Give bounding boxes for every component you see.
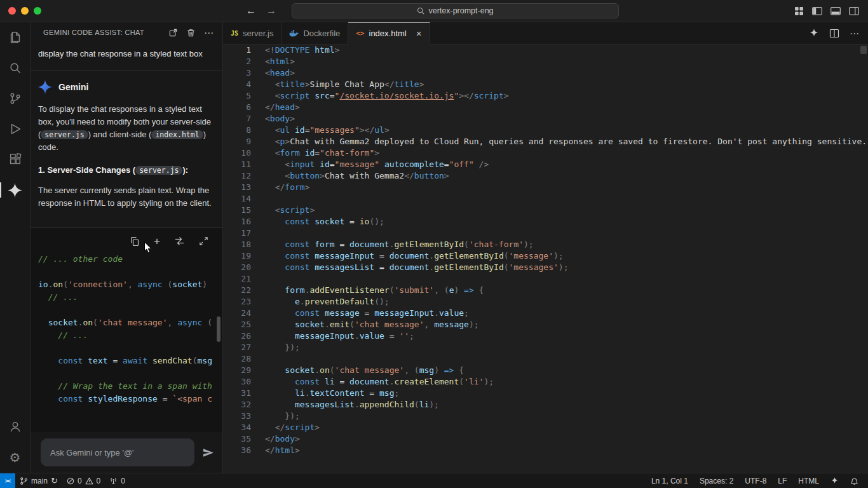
gemini-code-assist-icon[interactable] bbox=[0, 175, 30, 205]
branch-name: main bbox=[31, 477, 48, 485]
remote-indicator[interactable]: >< bbox=[0, 473, 15, 488]
chat-panel: display the chat response in a styled te… bbox=[31, 43, 222, 473]
search-sidebar-icon[interactable] bbox=[0, 53, 30, 83]
explorer-icon[interactable] bbox=[0, 22, 30, 53]
customize-layout-icon[interactable] bbox=[794, 6, 804, 16]
docker-file-icon bbox=[289, 29, 299, 38]
forward-arrow-icon[interactable]: → bbox=[266, 6, 276, 16]
insert-code-icon[interactable]: + bbox=[154, 236, 160, 247]
eol-sequence[interactable]: LF bbox=[772, 473, 792, 488]
editor-more-actions-icon[interactable]: ⋯ bbox=[850, 29, 859, 38]
clear-chat-trash-icon[interactable] bbox=[186, 28, 196, 37]
assistant-name: Gemini bbox=[58, 82, 88, 92]
chat-code-line bbox=[38, 304, 222, 316]
gemini-sparkle-icon[interactable] bbox=[809, 28, 819, 38]
source-control-icon[interactable] bbox=[0, 83, 30, 114]
errors-count: 0 bbox=[78, 477, 82, 485]
editor-code: 1<!DOCTYPE html>2<html>3<head>4 <title>S… bbox=[223, 44, 868, 456]
editor-line: 13 </form> bbox=[223, 182, 868, 193]
run-debug-icon[interactable] bbox=[0, 114, 30, 144]
toggle-primary-sidebar-icon[interactable] bbox=[812, 7, 822, 15]
chat-code-line: // ... bbox=[38, 329, 222, 342]
user-message: display the chat response in a styled te… bbox=[31, 43, 222, 71]
sidebar-scrollbar[interactable] bbox=[217, 316, 220, 342]
editor-line: 23 e.preventDefault(); bbox=[223, 296, 868, 308]
editor-line: 14 bbox=[223, 193, 868, 205]
send-icon[interactable] bbox=[202, 447, 214, 458]
editor-line: 8 <ul id="messages"></ul> bbox=[223, 125, 868, 136]
back-arrow-icon[interactable]: ← bbox=[246, 6, 256, 16]
problems-item[interactable]: 0 0 bbox=[62, 473, 105, 488]
git-branch-item[interactable]: main ↻ bbox=[15, 473, 62, 488]
language-mode[interactable]: HTML bbox=[792, 473, 825, 488]
chat-code-line: const text = await sendChat(msg bbox=[38, 355, 222, 367]
chat-code-line: io.on('connection', async (socket) bbox=[38, 278, 222, 291]
cursor-position[interactable]: Ln 1, Col 1 bbox=[646, 473, 694, 488]
chat-code-block: + // ... other codeio.on('connection', a… bbox=[31, 227, 222, 432]
close-tab-icon[interactable]: × bbox=[416, 29, 422, 38]
editor-line: 33 }); bbox=[223, 410, 868, 422]
search-icon bbox=[417, 7, 424, 15]
extensions-icon[interactable] bbox=[0, 144, 30, 175]
indentation[interactable]: Spaces: 2 bbox=[694, 473, 739, 488]
status-right: Ln 1, Col 1 Spaces: 2 UTF-8 LF HTML bbox=[646, 473, 868, 488]
bell-icon bbox=[850, 477, 858, 485]
tab-index-html[interactable]: <>index.html× bbox=[348, 22, 430, 44]
editor-pane[interactable]: 1<!DOCTYPE html>2<html>3<head>4 <title>S… bbox=[223, 44, 868, 473]
settings-gear-icon[interactable]: ⚙ bbox=[0, 442, 30, 473]
chat-code-line: // ... other code bbox=[38, 253, 222, 266]
chat-code-line bbox=[38, 367, 222, 380]
editor-line: 15 <script> bbox=[223, 205, 868, 216]
encoding[interactable]: UTF-8 bbox=[739, 473, 772, 488]
tab-label: index.html bbox=[369, 29, 407, 38]
titlebar: ← → vertex-prompt-eng bbox=[0, 0, 868, 22]
editor-line: 28 bbox=[223, 353, 868, 365]
tab-server-js[interactable]: JSserver.js bbox=[223, 22, 281, 44]
accounts-icon[interactable] bbox=[0, 412, 30, 442]
editor-scrollbar[interactable] bbox=[860, 46, 867, 54]
toggle-secondary-sidebar-icon[interactable] bbox=[849, 7, 859, 15]
titlebar-actions bbox=[794, 6, 868, 16]
notifications-item[interactable] bbox=[844, 473, 864, 488]
zoom-window-button[interactable] bbox=[34, 7, 41, 15]
diff-code-icon[interactable] bbox=[174, 236, 185, 246]
copilot-status-item[interactable] bbox=[825, 473, 844, 488]
editor-line: 31 li.textContent = msg; bbox=[223, 388, 868, 399]
activity-bar-spacer bbox=[0, 205, 30, 412]
split-editor-icon[interactable] bbox=[829, 29, 839, 38]
editor-line: 2<html> bbox=[223, 56, 868, 67]
editor-line: 1<!DOCTYPE html> bbox=[223, 44, 868, 56]
editor-line: 3<head> bbox=[223, 67, 868, 79]
sidebar-code[interactable]: // ... other codeio.on('connection', asy… bbox=[38, 253, 222, 405]
editor-line: 20 const messagesList = document.getElem… bbox=[223, 262, 868, 273]
tab-dockerfile[interactable]: Dockerfile bbox=[281, 22, 348, 44]
warnings-count: 0 bbox=[97, 477, 101, 485]
tab-label: server.js bbox=[243, 29, 273, 38]
minimize-window-button[interactable] bbox=[21, 7, 29, 15]
inline-code-chip: server.js bbox=[135, 166, 182, 175]
tab-bar: JSserver.jsDockerfile<>index.html× ⋯ bbox=[223, 22, 868, 44]
editor-area: JSserver.jsDockerfile<>index.html× ⋯ 1<!… bbox=[223, 22, 868, 473]
gemini-server-note: The server currently sends plain text. W… bbox=[38, 184, 215, 210]
ports-item[interactable]: 0 bbox=[105, 473, 130, 488]
ask-gemini-input[interactable] bbox=[41, 438, 194, 466]
open-in-new-file-icon[interactable] bbox=[199, 236, 208, 246]
gemini-star-icon bbox=[38, 80, 52, 94]
editor-line: 10 <form id="chat-form"> bbox=[223, 147, 868, 159]
editor-line: 11 <input id="message" autocomplete="off… bbox=[223, 159, 868, 170]
warnings-icon bbox=[85, 477, 93, 485]
editor-line: 21 bbox=[223, 273, 868, 285]
sync-icon[interactable]: ↻ bbox=[51, 477, 58, 485]
tab-list: JSserver.jsDockerfile<>index.html× bbox=[223, 22, 430, 44]
more-actions-icon[interactable]: ⋯ bbox=[204, 28, 214, 37]
toggle-panel-icon[interactable] bbox=[831, 7, 841, 15]
gemini-intro: To display the chat responses in a style… bbox=[38, 103, 215, 154]
js-file-icon: JS bbox=[231, 30, 238, 37]
editor-line: 12 <button>Chat with Gemma2</button> bbox=[223, 170, 868, 182]
editor-line: 26 messageInput.value = ''; bbox=[223, 330, 868, 342]
close-window-button[interactable] bbox=[8, 7, 16, 15]
editor-line: 27 }); bbox=[223, 342, 868, 353]
copy-code-icon[interactable] bbox=[130, 236, 140, 247]
command-center-search[interactable]: vertex-prompt-eng bbox=[292, 3, 619, 18]
open-in-new-window-icon[interactable] bbox=[168, 28, 178, 37]
